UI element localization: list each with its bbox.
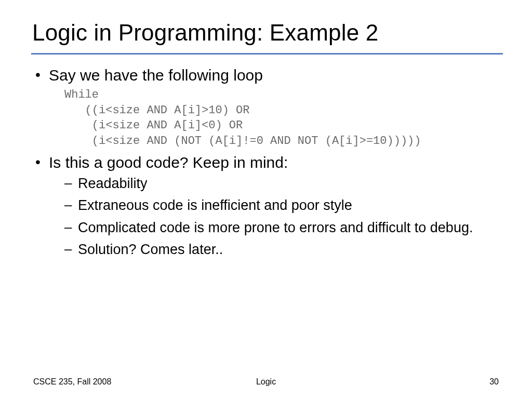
sub-bullet-item: Solution? Comes later.. [63,241,501,259]
sub-bullet-list: Readability Extraneous code is inefficie… [49,175,501,259]
bullet-list: Say we have the following loop While ((i… [33,66,501,259]
sub-bullet-item: Complicated code is more prone to errors… [63,219,501,237]
footer-page-number: 30 [489,377,499,387]
code-block: While ((i<size AND A[i]>10) OR (i<size A… [64,87,501,150]
sub-bullet-item: Readability [63,175,501,193]
title-rule [31,53,503,55]
footer-left: CSCE 235, Fall 2008 [33,377,111,387]
slide-footer: CSCE 235, Fall 2008 Logic 30 [0,377,532,387]
bullet-item: Is this a good code? Keep in mind: Reada… [33,153,501,259]
slide: Logic in Programming: Example 2 Say we h… [0,0,532,399]
bullet-text: Is this a good code? Keep in mind: [49,154,288,171]
sub-bullet-item: Extraneous code is inefficient and poor … [63,196,501,215]
bullet-text: Say we have the following loop [49,66,263,84]
slide-title: Logic in Programming: Example 2 [32,20,501,46]
bullet-item: Say we have the following loop While ((i… [33,66,501,149]
